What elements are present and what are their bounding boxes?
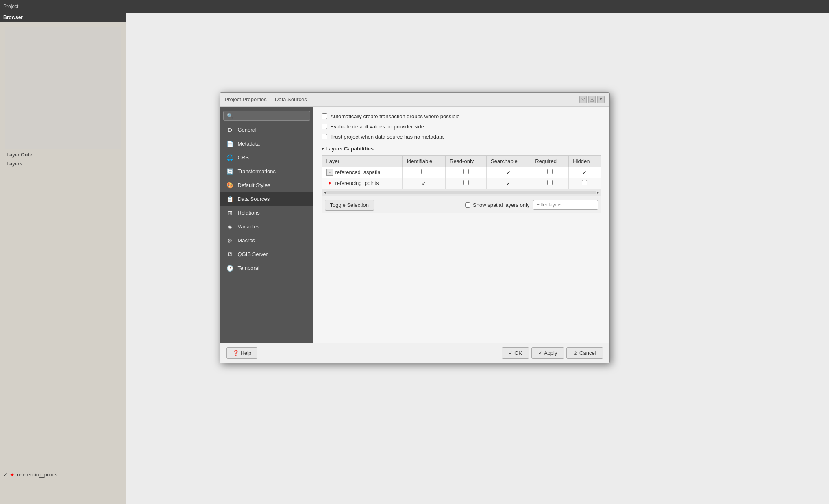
search-box[interactable]: 🔍 <box>223 111 310 121</box>
sidebar-label-transformations: Transformations <box>238 168 276 174</box>
sidebar-label-crs: CRS <box>238 154 249 161</box>
hidden-cell-points[interactable] <box>569 178 601 189</box>
sidebar-item-data-sources[interactable]: 📋 Data Sources <box>220 192 313 206</box>
sidebar-item-temporal[interactable]: 🕐 Temporal <box>220 261 313 275</box>
scroll-left-arrow[interactable]: ◂ <box>324 190 326 195</box>
identifiable-check-points: ✓ <box>422 180 426 187</box>
table-row[interactable]: ✦ referencing_points ✓ <box>322 178 601 189</box>
eval-default-row: Evaluate default values on provider side <box>322 124 601 130</box>
sidebar-item-relations[interactable]: ⊞ Relations <box>220 206 313 220</box>
toggle-selection-button[interactable]: Toggle Selection <box>325 200 374 211</box>
searchable-check-aspatial: ✓ <box>506 169 511 176</box>
relations-icon: ⊞ <box>226 209 234 217</box>
main-content: Automatically create transaction groups … <box>313 107 609 343</box>
sidebar-item-macros[interactable]: ⚙ Macros <box>220 234 313 248</box>
layers-table-scroll[interactable]: Layer Identifiable Read-only Searchable … <box>322 155 601 189</box>
dialog-footer: ❓ Help ✓ OK ✓ Apply ⊘ Cancel <box>220 343 609 363</box>
eval-default-checkbox[interactable] <box>322 124 327 129</box>
crs-icon: 🌐 <box>226 154 234 161</box>
auto-transaction-label[interactable]: Automatically create transaction groups … <box>331 113 460 119</box>
title-controls: ▽ △ ✕ <box>579 96 605 103</box>
trust-project-checkbox[interactable] <box>322 134 327 139</box>
sidebar-label-metadata: Metadata <box>238 141 260 147</box>
help-button[interactable]: ❓ Help <box>226 347 258 359</box>
scroll-right-arrow[interactable]: ▸ <box>597 190 599 195</box>
metadata-icon: 📄 <box>226 140 234 148</box>
search-input[interactable] <box>235 113 307 119</box>
show-spatial-label[interactable]: Show spatial layers only <box>473 202 529 208</box>
table-bottom-bar: Toggle Selection Show spatial layers onl… <box>322 196 601 213</box>
filter-layers-input[interactable] <box>533 200 598 210</box>
sidebar-item-variables[interactable]: ◈ Variables <box>220 220 313 234</box>
sidebar-label-default-styles: Default Styles <box>238 182 270 188</box>
scroll-bar: ◂ ▸ <box>322 189 601 196</box>
sidebar-item-transformations[interactable]: 🔄 Transformations <box>220 165 313 178</box>
eval-default-label[interactable]: Evaluate default values on provider side <box>331 124 424 130</box>
layer-name-cell: ≡ referenced_aspatial <box>322 167 403 178</box>
layers-capabilities-table: Layer Identifiable Read-only Searchable … <box>322 155 601 189</box>
sidebar-label-general: General <box>238 127 257 133</box>
project-properties-dialog: Project Properties — Data Sources ▽ △ ✕ … <box>220 92 610 363</box>
auto-transaction-checkbox[interactable] <box>322 113 327 119</box>
identifiable-cell-points[interactable]: ✓ <box>403 178 446 189</box>
ok-button[interactable]: ✓ OK <box>502 347 529 359</box>
required-checkbox-points[interactable] <box>547 180 553 185</box>
read-only-cell-points[interactable] <box>446 178 487 189</box>
dialog-title-bar: Project Properties — Data Sources ▽ △ ✕ <box>220 93 609 107</box>
hidden-cell-aspatial[interactable]: ✓ <box>569 167 601 178</box>
col-searchable: Searchable <box>487 155 531 167</box>
dialog-overlay: Project Properties — Data Sources ▽ △ ✕ … <box>0 0 829 504</box>
identifiable-cell-aspatial[interactable] <box>403 167 446 178</box>
sidebar-item-qgis-server[interactable]: 🖥 QGIS Server <box>220 248 313 261</box>
col-read-only: Read-only <box>446 155 487 167</box>
required-cell-points[interactable] <box>531 178 569 189</box>
search-icon: 🔍 <box>227 113 233 119</box>
read-only-checkbox-points[interactable] <box>463 180 469 185</box>
col-layer: Layer <box>322 155 403 167</box>
points-table-icon: ✦ <box>326 180 333 187</box>
required-cell-aspatial[interactable] <box>531 167 569 178</box>
close-button[interactable]: ✕ <box>597 96 605 103</box>
cancel-button[interactable]: ⊘ Cancel <box>566 347 603 359</box>
show-spatial-checkbox[interactable] <box>465 202 470 208</box>
identifiable-checkbox-aspatial[interactable] <box>421 169 426 174</box>
hidden-check-aspatial: ✓ <box>582 169 587 176</box>
macros-icon: ⚙ <box>226 237 234 244</box>
searchable-cell-aspatial[interactable]: ✓ <box>487 167 531 178</box>
trust-project-label[interactable]: Trust project when data source has no me… <box>331 134 444 140</box>
spatial-check-row: Show spatial layers only <box>465 202 529 208</box>
transformations-icon: 🔄 <box>226 168 234 175</box>
sidebar-label-temporal: Temporal <box>238 265 259 271</box>
auto-transaction-row: Automatically create transaction groups … <box>322 113 601 119</box>
apply-button[interactable]: ✓ Apply <box>531 347 564 359</box>
layer-name-points: referencing_points <box>335 180 379 186</box>
table-row[interactable]: ≡ referenced_aspatial <box>322 167 601 178</box>
searchable-check-points: ✓ <box>506 180 511 187</box>
sidebar-item-crs[interactable]: 🌐 CRS <box>220 151 313 165</box>
col-hidden: Hidden <box>569 155 601 167</box>
scroll-track[interactable] <box>326 191 596 194</box>
sidebar: 🔍 ⚙ General 📄 Metadata 🌐 CRS 🔄 T <box>220 107 313 343</box>
temporal-icon: 🕐 <box>226 265 234 272</box>
variables-icon: ◈ <box>226 223 234 230</box>
required-checkbox-aspatial[interactable] <box>547 169 553 174</box>
qgis-server-icon: 🖥 <box>226 251 234 258</box>
maximize-button[interactable]: △ <box>588 96 596 103</box>
footer-buttons: ✓ OK ✓ Apply ⊘ Cancel <box>502 347 603 359</box>
aspatial-table-icon: ≡ <box>326 169 333 176</box>
read-only-checkbox-aspatial[interactable] <box>463 169 469 174</box>
sidebar-item-metadata[interactable]: 📄 Metadata <box>220 137 313 151</box>
read-only-cell-aspatial[interactable] <box>446 167 487 178</box>
sidebar-label-relations: Relations <box>238 210 260 216</box>
minimize-button[interactable]: ▽ <box>579 96 587 103</box>
sidebar-item-general[interactable]: ⚙ General <box>220 123 313 137</box>
col-required: Required <box>531 155 569 167</box>
layers-capabilities-title: Layers Capabilities <box>322 146 601 152</box>
dialog-body: 🔍 ⚙ General 📄 Metadata 🌐 CRS 🔄 T <box>220 107 609 343</box>
searchable-cell-points[interactable]: ✓ <box>487 178 531 189</box>
hidden-checkbox-points[interactable] <box>582 180 587 185</box>
sidebar-item-default-styles[interactable]: 🎨 Default Styles <box>220 178 313 192</box>
help-label: Help <box>241 350 252 356</box>
trust-project-row: Trust project when data source has no me… <box>322 134 601 140</box>
filter-row: Show spatial layers only <box>465 200 598 210</box>
